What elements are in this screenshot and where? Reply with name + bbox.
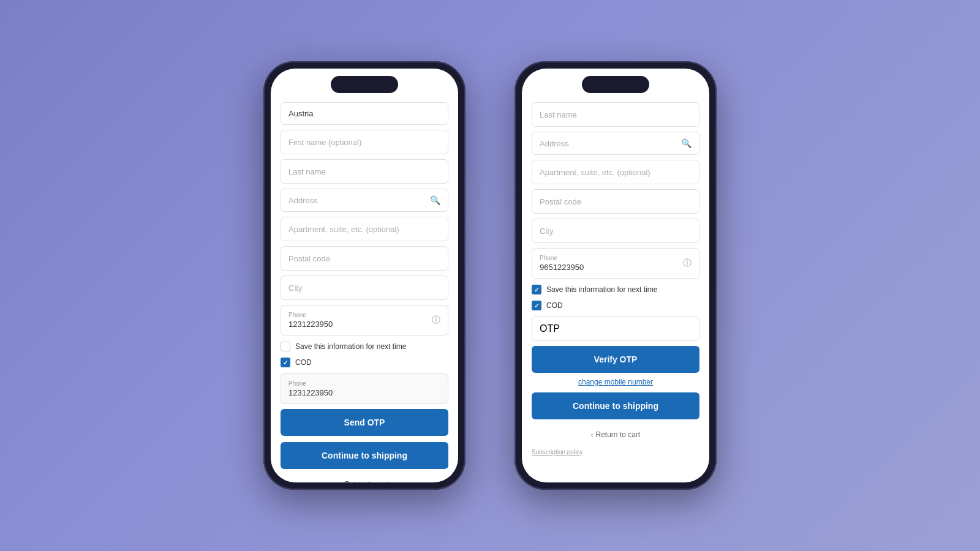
return-cart-label-1: Return to cart bbox=[344, 480, 389, 482]
apartment-placeholder-2: Apartment, suite, etc. (optional) bbox=[540, 168, 650, 177]
info-icon: ⓘ bbox=[432, 315, 440, 326]
city-placeholder-2: City bbox=[540, 227, 553, 236]
phone-number: 1231223950 bbox=[288, 320, 333, 329]
postal-code-placeholder: Postal code bbox=[288, 254, 330, 263]
cod-row[interactable]: COD bbox=[281, 358, 448, 367]
city-field[interactable]: City bbox=[281, 276, 448, 300]
last-name-field[interactable]: Last name bbox=[281, 159, 448, 184]
phone-value-container: Phone 1231223950 bbox=[288, 312, 333, 329]
save-info-row[interactable]: Save this information for next time bbox=[281, 342, 448, 351]
postal-code-field[interactable]: Postal code bbox=[281, 246, 448, 271]
phone-field-main-2[interactable]: Phone 9651223950 ⓘ bbox=[532, 248, 699, 279]
otp-placeholder: OTP bbox=[540, 323, 560, 334]
search-icon-2: 🔍 bbox=[681, 138, 692, 148]
send-otp-button[interactable]: Send OTP bbox=[281, 409, 448, 436]
dynamic-island-2 bbox=[582, 76, 649, 93]
phone-field-2[interactable]: Phone 1231223950 bbox=[281, 373, 448, 404]
apartment-placeholder: Apartment, suite, etc. (optional) bbox=[288, 225, 399, 234]
city-placeholder: City bbox=[288, 283, 302, 293]
last-name-placeholder: Last name bbox=[288, 167, 326, 176]
first-name-placeholder: First name (optional) bbox=[288, 138, 361, 147]
cod-checkbox-2[interactable] bbox=[532, 301, 541, 310]
address-placeholder: Address bbox=[288, 196, 318, 205]
return-to-cart-2[interactable]: ‹ Return to cart bbox=[532, 425, 699, 444]
save-info-label: Save this information for next time bbox=[295, 342, 406, 351]
return-cart-label-2: Return to cart bbox=[595, 430, 640, 439]
postal-code-placeholder-2: Postal code bbox=[540, 197, 581, 206]
phone-label: Phone bbox=[288, 312, 306, 318]
save-info-row-2[interactable]: Save this information for next time bbox=[532, 285, 699, 294]
phone-screen-2: Last name Address 🔍 Apartment, suite, et… bbox=[522, 69, 709, 482]
phone-screen-1: Austria First name (optional) Last name … bbox=[271, 69, 458, 482]
search-icon: 🔍 bbox=[430, 195, 440, 205]
address-field[interactable]: Address 🔍 bbox=[281, 189, 448, 212]
phone-value-container-2: Phone 1231223950 bbox=[288, 380, 333, 397]
phone-label-main-2: Phone bbox=[540, 255, 557, 261]
info-icon-2: ⓘ bbox=[683, 258, 692, 269]
continue-shipping-button-2[interactable]: Continue to shipping bbox=[532, 392, 699, 419]
country-value: Austria bbox=[288, 109, 313, 118]
phone-frame-2: Last name Address 🔍 Apartment, suite, et… bbox=[514, 61, 717, 490]
save-info-checkbox[interactable] bbox=[281, 342, 290, 351]
save-info-checkbox-2[interactable] bbox=[532, 285, 541, 294]
first-name-field[interactable]: First name (optional) bbox=[281, 130, 448, 154]
last-name-placeholder-2: Last name bbox=[540, 110, 577, 119]
country-selector[interactable]: Austria bbox=[281, 102, 448, 125]
phone-frame-1: Austria First name (optional) Last name … bbox=[263, 61, 466, 490]
address-placeholder-2: Address bbox=[540, 139, 569, 148]
phone-number-main-2: 9651223950 bbox=[540, 263, 584, 272]
cod-label: COD bbox=[295, 358, 312, 367]
continue-shipping-button-1[interactable]: Continue to shipping bbox=[281, 442, 448, 469]
verify-otp-button[interactable]: Verify OTP bbox=[532, 346, 699, 373]
city-field-2[interactable]: City bbox=[532, 219, 699, 243]
save-info-label-2: Save this information for next time bbox=[546, 285, 657, 294]
screen-content-2: Last name Address 🔍 Apartment, suite, et… bbox=[522, 69, 709, 482]
subscription-policy[interactable]: Subscription policy bbox=[532, 449, 699, 455]
phone-field[interactable]: Phone 1231223950 ⓘ bbox=[281, 305, 448, 335]
chevron-left-icon-1: ‹ bbox=[340, 481, 342, 482]
postal-code-field-2[interactable]: Postal code bbox=[532, 189, 699, 214]
change-mobile-link[interactable]: change mobile number bbox=[532, 378, 699, 386]
otp-field[interactable]: OTP bbox=[532, 317, 699, 341]
last-name-field-2[interactable]: Last name bbox=[532, 102, 699, 127]
screen-content-1: Austria First name (optional) Last name … bbox=[271, 69, 458, 482]
apartment-field[interactable]: Apartment, suite, etc. (optional) bbox=[281, 217, 448, 241]
phone-value-container-main-2: Phone 9651223950 bbox=[540, 255, 584, 272]
phone-label-2: Phone bbox=[288, 380, 306, 387]
apartment-field-2[interactable]: Apartment, suite, etc. (optional) bbox=[532, 160, 699, 184]
cod-row-2[interactable]: COD bbox=[532, 301, 699, 310]
address-field-2[interactable]: Address 🔍 bbox=[532, 132, 699, 155]
chevron-left-icon-2: ‹ bbox=[591, 431, 594, 438]
cod-checkbox[interactable] bbox=[281, 358, 290, 367]
phone-number-2: 1231223950 bbox=[288, 388, 333, 397]
dynamic-island-1 bbox=[331, 76, 398, 93]
return-to-cart-1[interactable]: ‹ Return to cart bbox=[281, 475, 448, 482]
cod-label-2: COD bbox=[546, 301, 563, 310]
